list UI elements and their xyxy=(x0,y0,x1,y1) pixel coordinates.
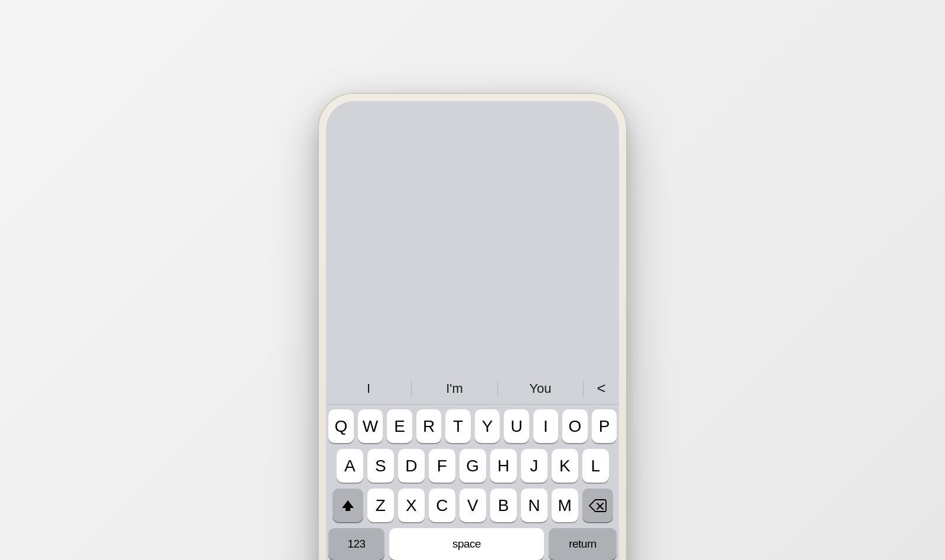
key-s[interactable]: S xyxy=(367,449,394,483)
scene: I I'm You < Q W E xyxy=(0,0,945,560)
key-row-bottom: 123 space return xyxy=(328,528,617,560)
key-l[interactable]: L xyxy=(582,449,609,483)
key-z[interactable]: Z xyxy=(367,489,394,522)
delete-key[interactable] xyxy=(582,489,613,522)
predictive-word-1[interactable]: I xyxy=(326,381,411,396)
predictive-bar: I I'm You < xyxy=(326,373,619,405)
key-o[interactable]: O xyxy=(562,409,588,443)
predictive-word-3[interactable]: You xyxy=(498,381,583,396)
key-a[interactable]: A xyxy=(337,449,363,483)
predictive-collapse-button[interactable]: < xyxy=(584,379,619,398)
key-q[interactable]: Q xyxy=(328,409,354,443)
key-w[interactable]: W xyxy=(358,409,383,443)
shift-key[interactable] xyxy=(333,489,363,522)
key-row-3: Z X C V B N M xyxy=(328,489,617,522)
key-f[interactable]: F xyxy=(429,449,455,483)
keys-area: Q W E R T Y U I O P A S xyxy=(326,405,619,560)
key-v[interactable]: V xyxy=(460,489,486,522)
chevron-left-icon: < xyxy=(597,379,605,398)
key-g[interactable]: G xyxy=(460,449,486,483)
key-u[interactable]: U xyxy=(504,409,529,443)
key-b[interactable]: B xyxy=(490,489,517,522)
key-p[interactable]: P xyxy=(592,409,617,443)
phone-screen: I I'm You < Q W E xyxy=(326,101,619,560)
key-j[interactable]: J xyxy=(521,449,548,483)
key-row-2: A S D F G H J K L xyxy=(328,449,617,483)
predictive-word-2[interactable]: I'm xyxy=(412,381,497,396)
key-x[interactable]: X xyxy=(398,489,425,522)
key-row-1: Q W E R T Y U I O P xyxy=(328,409,617,443)
key-i[interactable]: I xyxy=(533,409,559,443)
phone-shell: I I'm You < Q W E xyxy=(319,94,626,560)
key-e[interactable]: E xyxy=(387,409,412,443)
ios-keyboard: I I'm You < Q W E xyxy=(326,373,619,560)
key-k[interactable]: K xyxy=(552,449,578,483)
space-key[interactable]: space xyxy=(389,528,544,560)
key-n[interactable]: N xyxy=(521,489,548,522)
key-m[interactable]: M xyxy=(552,489,578,522)
key-y[interactable]: Y xyxy=(475,409,500,443)
key-d[interactable]: D xyxy=(398,449,425,483)
numbers-key[interactable]: 123 xyxy=(328,528,384,560)
return-key[interactable]: return xyxy=(549,528,617,560)
key-t[interactable]: T xyxy=(445,409,471,443)
shift-arrow-icon xyxy=(340,497,356,514)
backspace-icon xyxy=(589,499,607,512)
key-h[interactable]: H xyxy=(490,449,517,483)
key-c[interactable]: C xyxy=(429,489,455,522)
key-r[interactable]: R xyxy=(416,409,442,443)
